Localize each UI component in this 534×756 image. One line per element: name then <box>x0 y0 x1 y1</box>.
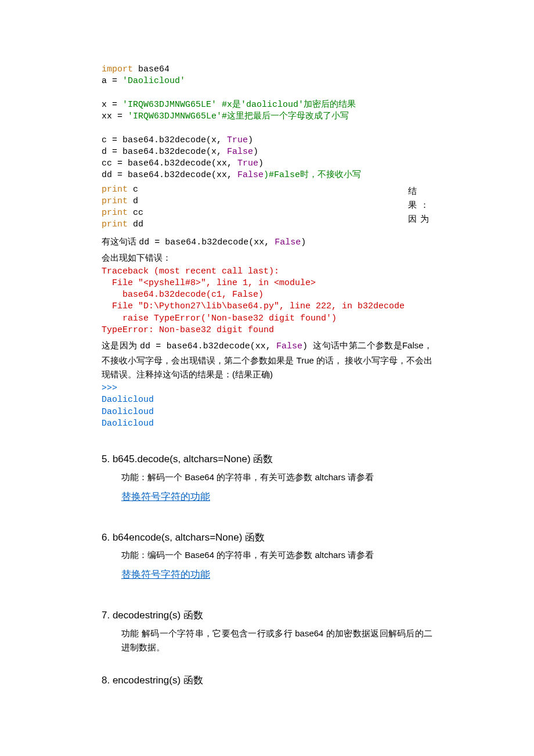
comment: #这里把最后一个字母改成了小写 <box>222 111 349 121</box>
text: 这是因为 <box>102 340 140 350</box>
out-line: Daolicloud <box>102 419 154 429</box>
trace-line: raise TypeError('Non-base32 digit found'… <box>102 314 337 323</box>
spacer <box>102 585 432 597</box>
inline-code: dd = base64.b32decode(xx, <box>139 237 275 247</box>
bool-false: False <box>276 341 302 351</box>
print-block-with-side: print c print d print cc print dd 结果：因为 <box>102 184 432 233</box>
kw-print: print <box>102 196 128 206</box>
heading-7: 7. decodestring(s) 函数 <box>102 608 432 623</box>
text: 有这句话 <box>102 236 139 246</box>
string-literal: 'IRQW63DJMNWG65Le' <box>128 111 222 121</box>
para-has-statement: 有这句话 dd = base64.b32decode(xx, False) <box>102 235 432 250</box>
heading-6-desc: 功能：编码一个 Base64 的字符串，有关可选参数 altchars 请参看 <box>121 548 432 562</box>
code-text: ) <box>253 147 258 157</box>
link-altchars-5[interactable]: 替换符号字符的功能 <box>121 490 210 503</box>
inline-code: ) <box>302 341 313 351</box>
code-text: base64 <box>133 64 169 74</box>
string-literal: 'IRQW63DJMNWG65LE' <box>122 100 217 110</box>
heading-8: 8. encodestring(s) 函数 <box>102 673 432 688</box>
code-text: xx = <box>102 111 128 121</box>
kw-import: import <box>102 64 133 74</box>
spacer <box>102 432 432 441</box>
heading-5: 5. b645.decode(s, altchars=None) 函数 <box>102 452 432 467</box>
heading-6: 6. b64encode(s, altchars=None) 函数 <box>102 530 432 545</box>
traceback-block: Traceback (most recent call last): File … <box>102 266 432 337</box>
code-text: ) <box>258 159 264 168</box>
kw-print: print <box>102 219 128 229</box>
trace-line: TypeError: Non-base32 digit found <box>102 325 274 335</box>
code-text: dd <box>128 219 143 229</box>
bool-false: False <box>237 170 264 180</box>
heading-7-desc: 功能 解码一个字符串，它要包含一行或多行 base64 的加密数据返回解码后的二… <box>121 627 432 654</box>
inline-code: ) <box>301 237 306 247</box>
bool-true: True <box>227 135 248 145</box>
out-line: >>> <box>102 383 117 393</box>
heading-5-desc: 功能：解码一个 Base64 的字符串，有关可选参数 altchars 请参看 <box>121 470 432 484</box>
trace-line: File "D:\Python27\lib\base64.py", line 2… <box>102 301 405 311</box>
inline-code: dd = base64.b32decode(xx, <box>140 341 276 351</box>
kw-print: print <box>102 185 128 195</box>
code-text: cc = base64.b32decode(xx, <box>102 159 237 168</box>
document-page: import base64 a = 'Daolicloud' x = 'IRQW… <box>0 0 534 726</box>
bool-false: False <box>275 237 301 247</box>
bool-false: False <box>227 147 253 157</box>
link-altchars-6[interactable]: 替换符号字符的功能 <box>121 568 210 581</box>
trace-line: File "<pyshell#8>", line 1, in <module> <box>102 278 316 288</box>
code-block-1: import base64 a = 'Daolicloud' x = 'IRQW… <box>102 64 432 182</box>
out-line: Daolicloud <box>102 395 154 405</box>
code-text: x = <box>102 100 122 110</box>
code-text: d = base64.b32decode(x, <box>102 147 227 157</box>
code-text: c <box>128 185 138 195</box>
code-text: a = <box>102 76 122 86</box>
trace-line: Traceback (most recent call last): <box>102 267 279 276</box>
bool-true: True <box>237 159 258 168</box>
code-text: dd = base64.b32decode(xx, <box>102 170 237 180</box>
comment: )#False时，不接收小写 <box>264 170 361 180</box>
code-text: ) <box>248 135 253 145</box>
spacer <box>102 657 432 663</box>
code-text: cc <box>128 208 143 218</box>
string-literal: 'Daolicloud' <box>122 76 185 86</box>
out-line: Daolicloud <box>102 407 154 417</box>
code-block-print: print c print d print cc print dd <box>102 184 143 231</box>
code-text: d <box>128 196 138 206</box>
side-text-result: 结果：因为 <box>408 184 432 226</box>
para-error-intro: 会出现如下错误： <box>102 251 432 265</box>
spacer <box>102 507 432 520</box>
kw-print: print <box>102 208 128 218</box>
trace-line: base64.b32decode(c1, False) <box>102 290 264 300</box>
code-text: c = base64.b32decode(x, <box>102 135 227 145</box>
comment: #x是'daolicloud'加密后的结果 <box>217 100 356 110</box>
output-block: >>> Daolicloud Daolicloud Daolicloud <box>102 383 432 430</box>
para-explanation: 这是因为 dd = base64.b32decode(xx, False) 这句… <box>102 339 432 381</box>
